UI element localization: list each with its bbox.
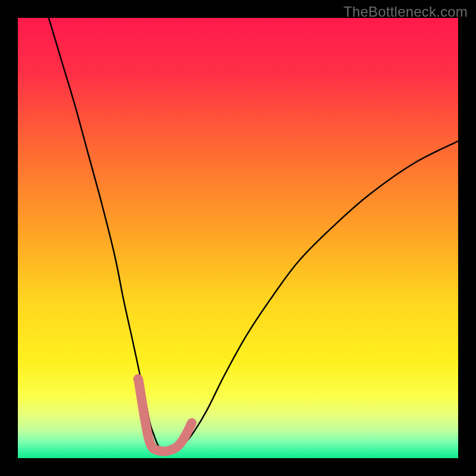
chart-frame: TheBottleneck.com bbox=[0, 0, 476, 476]
marker-dot bbox=[133, 374, 143, 384]
highlight-band bbox=[139, 380, 192, 451]
curve-layer bbox=[18, 18, 458, 458]
bottleneck-curve bbox=[49, 18, 458, 452]
plot-area bbox=[18, 18, 458, 458]
